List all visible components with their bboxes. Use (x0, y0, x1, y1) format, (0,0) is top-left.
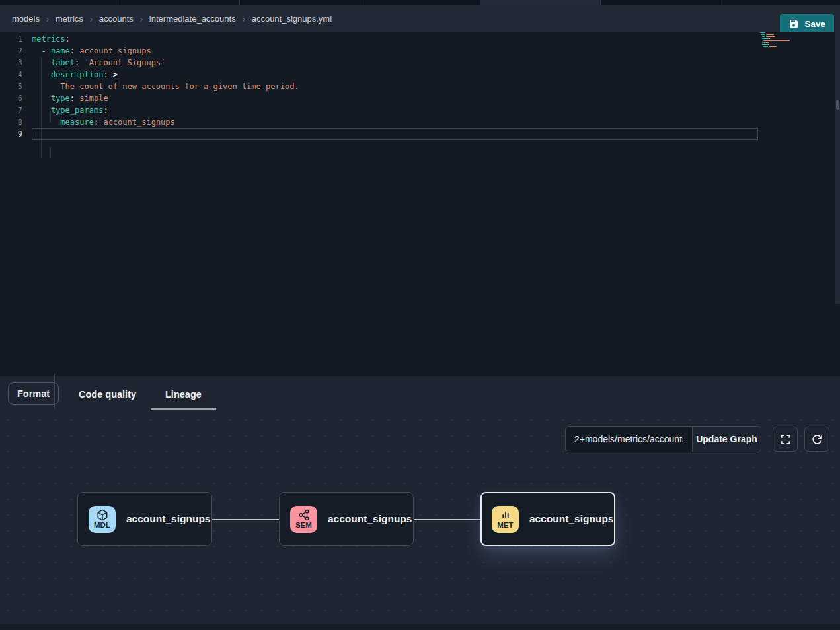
lineage-node-sem[interactable]: SEMaccount_signups (279, 492, 414, 546)
breadcrumb-item[interactable]: accounts (99, 14, 134, 24)
refresh-button[interactable] (804, 427, 829, 452)
line-number: 7 (0, 104, 22, 116)
line-number: 8 (0, 116, 22, 128)
indent-guide (50, 147, 51, 158)
lineage-edge (413, 519, 480, 520)
code-line[interactable]: The count of new accounts for a given ti… (32, 81, 758, 92)
lineage-node-mdl[interactable]: MDLaccount_signups (77, 492, 212, 546)
refresh-icon (812, 434, 823, 445)
node-badge-met: MET (492, 506, 519, 533)
save-button-label: Save (804, 19, 825, 29)
code-token: account_signups (79, 46, 151, 55)
file-tab[interactable] (720, 0, 840, 5)
breadcrumb-chevron-icon (241, 15, 247, 22)
code-line[interactable]: - name: account_signups (32, 45, 758, 57)
code-token: account_signups (103, 118, 174, 127)
chart-icon (500, 509, 512, 521)
file-tab-strip (0, 0, 840, 5)
line-number: 2 (0, 45, 22, 57)
minimap-line (760, 46, 777, 47)
lineage-canvas[interactable]: Update Graph (0, 412, 840, 624)
minimap-line (760, 34, 774, 35)
code-content: metrics: - name: account_signups label: … (32, 33, 758, 140)
line-number-gutter: 123456789 (0, 33, 22, 140)
breadcrumb-item[interactable]: intermediate_accounts (149, 14, 236, 24)
node-label: account_signups (328, 513, 412, 525)
code-token: : (70, 94, 75, 103)
code-token: simple (79, 94, 108, 103)
panel-tab-bar: Format Code qualityLineage (0, 376, 840, 412)
update-graph-button[interactable]: Update Graph (692, 427, 761, 452)
breadcrumb: modelsmetricsaccountsintermediate_accoun… (0, 14, 332, 24)
code-line[interactable]: description: > (32, 69, 758, 81)
code-line[interactable]: type: simple (32, 92, 758, 104)
bottom-panel: Format Code qualityLineage Update Graph (0, 376, 840, 630)
line-number: 9 (0, 128, 22, 140)
breadcrumb-item[interactable]: metrics (56, 14, 83, 24)
file-tab[interactable] (240, 0, 360, 5)
code-token: 'Account Signups' (85, 58, 166, 67)
code-token: measure (60, 118, 94, 127)
node-badge-label: MET (497, 521, 513, 529)
line-number: 1 (0, 33, 22, 45)
node-label: account_signups (126, 513, 210, 525)
code-token: - (41, 46, 50, 55)
lineage-filter-input[interactable] (566, 427, 692, 452)
file-tab[interactable] (120, 0, 241, 5)
panel-footer-strip (0, 624, 840, 630)
code-token (32, 118, 60, 127)
node-badge-label: SEM (295, 521, 312, 529)
code-token: name (51, 46, 70, 55)
breadcrumb-chevron-icon (44, 15, 51, 22)
code-line[interactable] (32, 128, 758, 140)
node-label: account_signups (529, 513, 613, 525)
panel-tab-lineage[interactable]: Lineage (151, 376, 216, 412)
fullscreen-icon (780, 434, 791, 445)
code-token: description (51, 70, 103, 79)
node-badge-label: MDL (94, 521, 110, 529)
code-line[interactable]: label: 'Account Signups' (32, 57, 758, 69)
save-button[interactable]: Save (780, 14, 834, 34)
code-token: : (103, 70, 108, 79)
minimap[interactable] (758, 32, 834, 376)
line-number: 4 (0, 69, 22, 81)
code-token (79, 58, 84, 67)
line-number: 6 (0, 92, 22, 104)
panel-tab-code-quality[interactable]: Code quality (64, 376, 151, 412)
breadcrumb-bar: modelsmetricsaccountsintermediate_accoun… (0, 5, 840, 32)
lineage-edge (211, 519, 279, 520)
tabbar-divider (54, 374, 55, 409)
file-tab[interactable] (0, 0, 120, 5)
code-token: The count of new accounts for a given ti… (60, 82, 299, 91)
code-line[interactable]: measure: account_signups (32, 116, 758, 128)
lineage-node-met[interactable]: METaccount_signups (480, 492, 615, 546)
lineage-filter-group: Update Graph (565, 426, 761, 452)
code-editor[interactable]: 123456789 metrics: - name: account_signu… (0, 32, 840, 376)
code-token (32, 82, 60, 91)
indent-guide (50, 111, 51, 123)
node-badge-mdl: MDL (89, 506, 116, 533)
code-token: : (103, 106, 108, 115)
minimap-line (760, 38, 770, 39)
code-token: type (51, 94, 70, 103)
breadcrumb-item[interactable]: account_signups.yml (252, 14, 332, 24)
editor-scrollbar[interactable] (835, 32, 840, 304)
breadcrumb-chevron-icon (88, 15, 95, 22)
node-badge-sem: SEM (290, 506, 317, 533)
breadcrumb-chevron-icon (138, 15, 145, 22)
file-tab-active[interactable] (480, 0, 601, 5)
code-token: type_params (51, 106, 103, 115)
editor-scrollbar-thumb[interactable] (836, 100, 839, 110)
file-tab[interactable] (360, 0, 480, 5)
code-token: : (70, 46, 75, 55)
code-line[interactable]: metrics: (32, 33, 758, 45)
format-button[interactable]: Format (8, 382, 59, 405)
breadcrumb-item[interactable]: models (12, 14, 40, 24)
panel-tabs: Code qualityLineage (64, 376, 216, 412)
file-tab[interactable] (601, 0, 721, 5)
code-token: : (65, 34, 70, 44)
code-line[interactable]: type_params: (32, 104, 758, 116)
code-token (108, 70, 113, 79)
minimap-line (760, 44, 769, 45)
fullscreen-button[interactable] (773, 427, 798, 452)
